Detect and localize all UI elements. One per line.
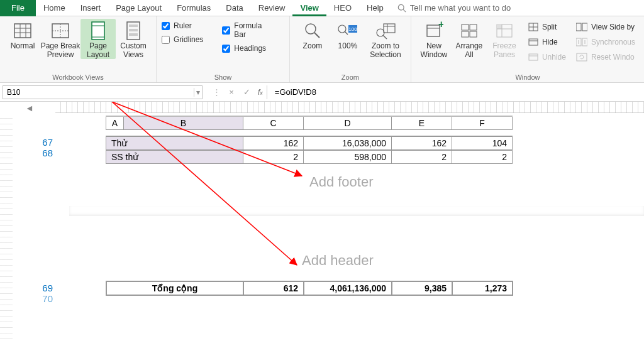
tell-me-search[interactable]: Tell me what you want to do (397, 3, 511, 13)
page-layout-button[interactable]: Page Layout (80, 19, 116, 59)
cell[interactable]: 162 (392, 136, 452, 150)
tab-review[interactable]: Review (251, 0, 293, 16)
svg-rect-46 (576, 23, 581, 31)
custom-views-label: Custom Views (116, 41, 151, 59)
fx-icon[interactable]: fx (258, 88, 263, 97)
cell[interactable]: 9,385 (392, 281, 452, 295)
row-num[interactable]: 69 (15, 283, 53, 293)
cell[interactable]: 4,061,136,000 (304, 281, 392, 295)
col-a[interactable]: A (106, 116, 124, 130)
tab-help[interactable]: Help (359, 0, 391, 16)
cell[interactable]: 104 (452, 136, 513, 150)
arrange-all-button[interactable]: Arrange All (452, 19, 487, 59)
page-layout-icon (90, 21, 106, 41)
options-icon[interactable]: ⋮ (209, 87, 224, 97)
hide-icon (528, 37, 538, 47)
svg-line-20 (345, 31, 348, 35)
row-num[interactable]: 70 (15, 293, 53, 304)
group-label-workbook-views: Workbook Views (5, 72, 151, 82)
col-d[interactable]: D (304, 116, 392, 130)
normal-view-button[interactable]: Normal (5, 19, 40, 50)
name-box-dropdown-icon[interactable]: ▾ (194, 88, 202, 97)
tab-heo[interactable]: HEO (326, 0, 359, 16)
data-table-top[interactable]: Thử 162 16,038,000 162 104 SS thử 2 598,… (106, 136, 513, 164)
zoom-selection-icon (375, 21, 396, 40)
svg-rect-42 (529, 39, 538, 45)
side-by-side-label: View Side by (591, 23, 635, 31)
data-table-bottom[interactable]: Tổng cộng 612 4,061,136,000 9,385 1,273 (106, 281, 513, 296)
row-num[interactable]: 67 (15, 137, 53, 148)
col-f[interactable]: F (452, 116, 513, 130)
sync-scroll-label: Synchronous (591, 38, 635, 46)
cell[interactable]: Tổng cộng (106, 281, 243, 295)
svg-text:+: + (438, 21, 443, 30)
cell[interactable]: 16,038,000 (304, 136, 392, 150)
cell[interactable]: Thử (106, 136, 243, 150)
zoom-selection-button[interactable]: Zoom to Selection (365, 19, 406, 59)
cancel-edit-icon[interactable]: × (224, 87, 239, 97)
new-window-button[interactable]: + New Window (416, 19, 452, 59)
svg-rect-34 (470, 31, 477, 37)
zoom-100-label: 100% (330, 41, 365, 50)
add-header-placeholder[interactable]: Add header (302, 252, 374, 269)
svg-rect-33 (462, 31, 469, 37)
arrange-all-label: Arrange All (452, 41, 487, 59)
zoom-100-icon: 100 (337, 21, 358, 40)
reset-window-label: Reset Windo (591, 53, 635, 62)
ruler-checkbox[interactable]: Ruler (162, 21, 203, 30)
freeze-panes-label: Freeze Panes (487, 41, 522, 59)
zoom-button[interactable]: Zoom (295, 19, 330, 50)
tab-formulas[interactable]: Formulas (169, 0, 218, 16)
freeze-panes-button: Freeze Panes (487, 19, 522, 59)
row-num[interactable]: 68 (15, 148, 53, 158)
group-label-show: Show (162, 72, 284, 82)
group-label-zoom: Zoom (295, 72, 406, 82)
accept-edit-icon[interactable]: ✓ (239, 87, 254, 97)
col-e[interactable]: E (392, 116, 452, 130)
row-numbers-top[interactable]: 67 68 (15, 137, 53, 158)
normal-view-icon (13, 21, 32, 40)
formula-input[interactable] (271, 87, 460, 97)
zoom-100-button[interactable]: 100 100% (330, 19, 365, 50)
cell[interactable]: SS thử (106, 150, 243, 164)
reset-window-icon (576, 53, 587, 62)
gridlines-checkbox[interactable]: Gridlines (162, 35, 203, 44)
cell[interactable]: 162 (243, 136, 304, 150)
file-tab[interactable]: File (0, 0, 36, 16)
tab-view[interactable]: View (292, 0, 326, 16)
col-c[interactable]: C (243, 116, 304, 130)
svg-rect-2 (14, 24, 31, 38)
headings-checkbox[interactable]: Headings (222, 44, 273, 53)
hide-button[interactable]: Hide (525, 35, 570, 49)
view-side-by-side-button[interactable]: View Side by (572, 20, 639, 34)
svg-point-0 (398, 4, 404, 10)
split-button[interactable]: Split (525, 20, 570, 34)
cell[interactable]: 612 (243, 281, 304, 295)
tab-page-layout[interactable]: Page Layout (108, 0, 169, 16)
name-box-input[interactable] (3, 88, 194, 97)
svg-rect-15 (129, 29, 138, 31)
cell[interactable]: 2 (243, 150, 304, 164)
cell[interactable]: 1,273 (452, 281, 513, 295)
tab-insert[interactable]: Insert (73, 0, 109, 16)
svg-line-18 (314, 33, 319, 38)
column-headers[interactable]: A B C D E F (106, 116, 513, 130)
add-footer-placeholder[interactable]: Add footer (309, 174, 374, 190)
zoom-label: Zoom (295, 41, 330, 50)
headings-label: Headings (234, 44, 266, 53)
tab-home[interactable]: Home (36, 0, 73, 16)
col-b[interactable]: B (124, 116, 243, 130)
normal-view-label: Normal (5, 41, 40, 50)
split-label: Split (542, 23, 557, 31)
page-break-preview-button[interactable]: Page Break Preview (40, 19, 80, 59)
row-numbers-bottom[interactable]: 69 70 (15, 283, 53, 304)
tab-data[interactable]: Data (218, 0, 250, 16)
formula-bar-checkbox[interactable]: Formula Bar (222, 21, 273, 39)
name-box[interactable]: ▾ (3, 85, 203, 99)
cell[interactable]: 2 (392, 150, 452, 164)
custom-views-button[interactable]: Custom Views (116, 19, 151, 59)
ruler-label: Ruler (174, 21, 192, 30)
cell[interactable]: 598,000 (304, 150, 392, 164)
cell[interactable]: 2 (452, 150, 513, 164)
gridlines-label: Gridlines (174, 35, 203, 44)
